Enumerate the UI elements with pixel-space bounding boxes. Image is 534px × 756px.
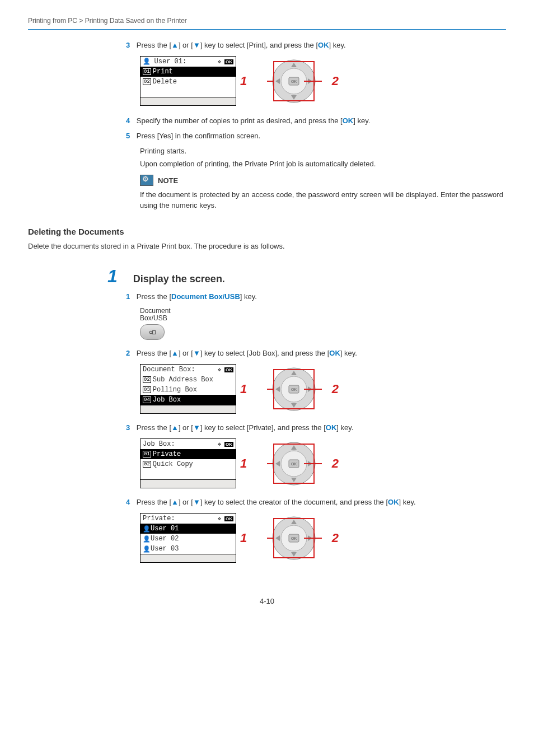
svg-text:OK: OK bbox=[291, 462, 297, 466]
person-icon: 👤 bbox=[143, 58, 154, 65]
step-4: 4 Specify the number of copies to print … bbox=[126, 116, 506, 125]
svg-text:OK: OK bbox=[291, 80, 297, 83]
ok-badge: OK bbox=[224, 59, 233, 64]
substep-4: 4 Press the [▲] or [▼] key to select the… bbox=[126, 498, 506, 506]
step-3: 3 Press the [▲] or [▼] key to select [Pr… bbox=[126, 41, 506, 49]
dpad-diagram: 1 OK 2 bbox=[256, 364, 323, 414]
note-icon bbox=[140, 175, 153, 186]
lcd-job-box: Job Box:✥ OK 01Private 02Quick Copy bbox=[140, 438, 236, 488]
up-triangle-icon: ▲ bbox=[171, 349, 179, 357]
down-triangle-icon: ▼ bbox=[193, 41, 200, 49]
callout-2: 2 bbox=[332, 74, 339, 88]
nav-indicator-icon: ✥ bbox=[218, 59, 224, 65]
lcd-private: Private:✥ OK 👤 User 01 👤 User 02 👤 User … bbox=[140, 513, 236, 563]
svg-point-11 bbox=[149, 331, 152, 334]
callout-1: 1 bbox=[240, 74, 247, 88]
dpad-diagram: 1 OK 2 bbox=[256, 438, 323, 489]
svg-text:OK: OK bbox=[291, 536, 297, 540]
section-heading: Deleting the Documents bbox=[28, 227, 506, 236]
ok-text: OK bbox=[318, 41, 329, 49]
dpad-diagram: 1 OK 2 bbox=[256, 513, 323, 563]
document-box-button-icon bbox=[140, 324, 165, 340]
divider bbox=[28, 29, 506, 30]
section-lead: Delete the documents stored in a Private… bbox=[28, 242, 506, 250]
step-5-note-a: Printing starts. bbox=[140, 147, 506, 155]
substep-3: 3 Press the [▲] or [▼] key to select [Pr… bbox=[126, 423, 506, 432]
up-triangle-icon: ▲ bbox=[171, 41, 179, 49]
dpad-diagram: 1 OK 2 bbox=[256, 56, 323, 106]
note-box: NOTE If the document is protected by an … bbox=[140, 175, 506, 211]
lcd-document-box: Document Box:✥ OK 02Sub Address Box 03Po… bbox=[140, 364, 236, 414]
down-triangle-icon: ▼ bbox=[193, 349, 200, 357]
big-step-1: 1 Display the screen. bbox=[28, 266, 506, 287]
svg-text:OK: OK bbox=[291, 388, 297, 391]
step-number: 3 bbox=[126, 41, 130, 49]
lcd-user-menu: 👤 User 01:✥ OK 01Print 02Delete bbox=[140, 56, 236, 106]
document-box-key: DocumentBox/USB bbox=[140, 307, 171, 340]
step-5-note-b: Upon completion of printing, the Private… bbox=[140, 160, 506, 168]
svg-rect-12 bbox=[152, 330, 155, 334]
substep-1: 1 Press the [Document Box/USB] key. bbox=[126, 292, 506, 301]
substep-2: 2 Press the [▲] or [▼] key to select [Jo… bbox=[126, 349, 506, 357]
step-5: 5 Press [Yes] in the confirmation screen… bbox=[126, 132, 506, 140]
breadcrumb: Printing from PC > Printing Data Saved o… bbox=[28, 17, 506, 25]
page-number: 4-10 bbox=[28, 597, 506, 605]
